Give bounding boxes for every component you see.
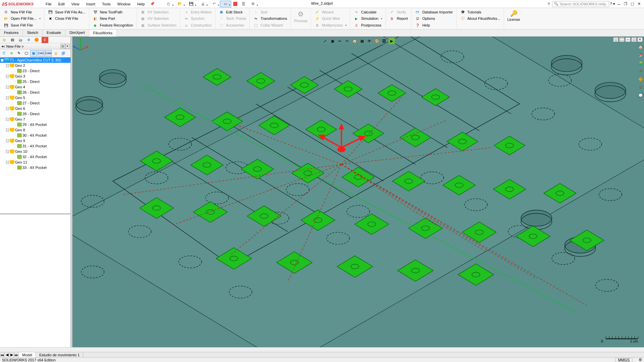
mt-wire-icon[interactable]: ᕦ [1,50,7,57]
minimize-button[interactable]: — [616,1,622,7]
database-importer-button[interactable]: 🗃Database Importer [414,9,453,15]
mt-info-icon[interactable]: ⎙ [52,50,59,57]
feature-recognition-button[interactable]: ◉Feature Recognition [92,22,134,29]
tutorials-button[interactable]: 🎓Tutorials [459,9,501,15]
vp-link-icon[interactable]: ⛶ [619,37,625,42]
menu-edit[interactable]: Edit [56,1,67,7]
tab-evaluate[interactable]: Evaluate [43,30,65,36]
hud-hide-icon[interactable]: 👁 [366,38,373,44]
tree-op[interactable]: 26 - Direct [0,90,70,95]
tree-geo[interactable]: −Geo 3 [0,74,70,79]
hud-orient-icon[interactable]: 🏠 [352,38,358,44]
graphics-viewport[interactable]: ⤢ ▣ ↩ ✂ 🏠 ▦ 👁 🎨 🖼 ▶ ▢ ⛶ — ▢ ✕ 🏠 📚 🧩 👁 🔶 … [72,37,644,353]
crumb-split-icon[interactable]: ⊟ [60,44,65,49]
mt-surf-icon[interactable]: ≋ [8,50,15,57]
status-units[interactable]: MMGS [615,358,633,362]
tree-geo[interactable]: −Geo 7 [0,117,70,122]
tp-home-icon[interactable]: 🏠 [638,44,644,50]
tree-geo[interactable]: −Geo 11 [0,160,70,165]
save-fw-file-as-button[interactable]: 💾Save FW File As... [47,9,86,15]
new-fw-file-button[interactable]: 🗋New FW File [3,9,41,15]
pin-icon[interactable]: 📌 [150,2,155,6]
close-button[interactable]: ✕ [636,1,642,7]
tree-geo[interactable]: −Geo 5 [0,95,70,100]
new-part-button[interactable]: ◧New Part [92,15,134,22]
tree-op[interactable]: 29 - 4X Pocket [0,122,70,127]
qat-settings-icon[interactable]: ⚙ [247,1,259,7]
help-icon[interactable]: ? [546,2,551,6]
tp-custom-icon[interactable]: ☰ [638,84,644,90]
tree-geo[interactable]: −Geo 9 [0,138,70,143]
mt-edit-icon[interactable]: ✎ [15,50,22,57]
tree-op[interactable]: 31 - 4X Pocket [0,143,70,149]
hud-appearance-icon[interactable]: 🎨 [374,38,380,44]
status-gear-icon[interactable]: ⚙ [639,358,642,362]
tab-fikusworks[interactable]: FikusWorks [89,30,117,37]
menu-file[interactable]: File [43,1,54,7]
orientation-triad[interactable] [72,37,89,53]
tab-nav-next-icon[interactable]: ▶ [9,352,14,357]
qat-select-icon[interactable]: ▭ [220,1,231,7]
menu-help[interactable]: Help [135,1,148,7]
menu-view[interactable]: View [69,1,82,7]
tree-geo[interactable]: −Geo 10 [0,149,70,154]
qat-save-icon[interactable]: 💾 [186,1,197,7]
qat-open-icon[interactable]: 📂 [174,1,186,7]
report-button[interactable]: 🗎Report [389,15,408,22]
fm-tab-fikus-icon[interactable]: F [42,37,48,43]
fm-tab-property-icon[interactable]: ▤ [9,37,15,43]
tab-sketch[interactable]: Sketch [23,30,43,36]
tp-part-icon[interactable]: 🧩 [638,60,644,66]
qat-print-icon[interactable]: 🖨 [197,1,208,7]
fm-tab-appearance-icon[interactable]: 🟠 [34,37,40,43]
postprocess-button[interactable]: ⎙Postprocess [353,22,383,29]
tab-dimxpert[interactable]: DimXpert [65,30,89,36]
options-button[interactable]: ☑Options [414,15,453,22]
help-dropdown-icon[interactable]: ? ▾ [610,2,615,6]
horizontal-scrollbar[interactable] [0,347,644,352]
vp-min-icon[interactable]: — [625,37,631,42]
tree-op[interactable]: 32 - 4X Pocket [0,154,70,160]
breadcrumb[interactable]: ◂ < New File > ⊟ ✕ [0,43,70,49]
tree-op[interactable]: 30 - 4X Pocket [0,133,70,138]
help-button[interactable]: ❓Help [414,22,453,29]
fm-tab-dim-icon[interactable]: ⊕ [26,37,32,43]
menu-insert[interactable]: Insert [83,1,98,7]
qat-undo-icon[interactable]: ↶ [208,1,220,7]
new-toolpath-button[interactable]: ➰New ToolPath [92,9,134,15]
tree-root[interactable]: −T1 - AgieCharmilles CUT E 350 [0,57,70,63]
hud-section-icon[interactable]: ✂ [344,38,350,44]
mt-cam-icon[interactable]: CAM [45,50,52,57]
tab-nav-prev-icon[interactable]: ◀ [5,352,9,357]
restore-button[interactable]: ❐ [623,1,629,7]
tree-op[interactable]: 25 - Direct [0,79,70,84]
cam-tree[interactable]: −T1 - AgieCharmilles CUT E 350−Geo 223 -… [0,57,70,214]
fm-tab-tree-icon[interactable]: ◎ [1,37,7,43]
tp-appear-icon[interactable]: 🔶 [638,76,644,82]
about-button[interactable]: ⓘAbout FikusWorks... [459,15,501,22]
hud-scene-icon[interactable]: 🖼 [381,38,387,44]
menu-tools[interactable]: Tools [99,1,113,7]
mt-view-icon[interactable]: ▣ [30,50,37,57]
qat-rebuild-icon[interactable]: 🟥 [231,1,239,7]
vp-max-icon[interactable]: ▢ [631,37,637,42]
qat-new-icon[interactable]: 🗋 [163,1,174,7]
tree-op[interactable]: 23 - Direct [0,68,70,74]
tab-features[interactable]: Features [0,30,23,36]
qat-options-icon[interactable]: 🗄 [239,1,247,7]
tree-op[interactable]: 27 - Direct [0,100,70,106]
calculate-button[interactable]: ∿Calculate [353,9,383,15]
hud-zoomfit-icon[interactable]: ⤢ [322,38,328,44]
fm-tab-config-icon[interactable]: 🗂 [17,37,23,43]
hud-render-icon[interactable]: ▶ [389,38,395,44]
tree-geo[interactable]: −Geo 4 [0,84,70,90]
hud-display-icon[interactable]: ▦ [359,38,365,44]
hud-prev-icon[interactable]: ↩ [337,38,343,44]
vp-close-icon[interactable]: ✕ [637,37,643,42]
menu-window[interactable]: Window [115,1,133,7]
tree-geo[interactable]: −Geo 8 [0,127,70,133]
maximize-button[interactable]: ▢ [629,1,635,7]
tree-op[interactable]: 33 - 4X Pocket [0,165,70,170]
tree-geo[interactable]: −Geo 6 [0,106,70,111]
tab-motion-study[interactable]: Estudio de movimiento 1 [36,352,83,357]
